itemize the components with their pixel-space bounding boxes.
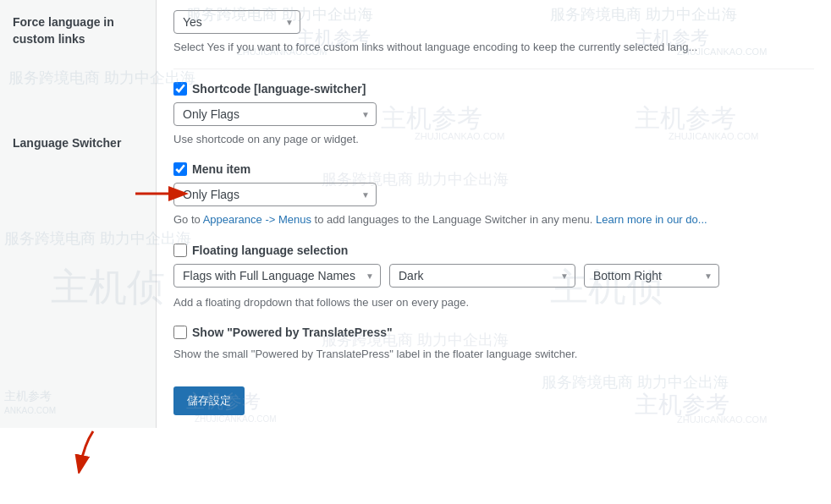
menu-item-block: Menu item Only Flags Flags with Full Lan… bbox=[173, 162, 814, 228]
force-language-select-wrapper: Yes No ▼ bbox=[173, 10, 300, 34]
menu-item-helper: Go to Appearance -> Menus to add languag… bbox=[173, 211, 814, 228]
section-separator-1 bbox=[173, 68, 814, 69]
floating-dropdowns-row: Only Flags Flags with Full Language Name… bbox=[173, 264, 814, 288]
shortcode-style-select[interactable]: Only Flags Flags with Full Language Name… bbox=[173, 102, 377, 126]
powered-by-helper: Show the small "Powered by TranslatePres… bbox=[173, 346, 814, 363]
force-language-block: Yes No ▼ Select Yes if you want to force… bbox=[173, 10, 814, 56]
floating-color-select-wrapper: Dark Light ▼ bbox=[389, 264, 575, 288]
menu-item-style-select[interactable]: Only Flags Flags with Full Language Name… bbox=[173, 183, 377, 206]
page-wrapper: 服务跨境电商 助力中企出海 服务跨境电商 助力中企出海 主机参考 ZHUJICA… bbox=[0, 0, 831, 504]
save-button-container: 儲存設定 bbox=[173, 378, 814, 415]
shortcode-select-wrapper: Only Flags Flags with Full Language Name… bbox=[173, 102, 377, 126]
floating-checkbox-label[interactable]: Floating language selection bbox=[173, 244, 814, 257]
force-language-helper: Select Yes if you want to force custom l… bbox=[173, 39, 814, 56]
language-switcher-label-text: Language Switcher bbox=[13, 136, 121, 150]
force-language-dropdown-row: Yes No ▼ bbox=[173, 10, 814, 34]
floating-block: Floating language selection Only Flags F… bbox=[173, 244, 814, 311]
arrow-right-indicator bbox=[131, 182, 195, 208]
menu-item-dropdown-row: Only Flags Flags with Full Language Name… bbox=[173, 183, 814, 206]
language-switcher-label: Language Switcher bbox=[13, 47, 143, 150]
force-language-select[interactable]: Yes No bbox=[173, 10, 300, 34]
shortcode-label-text: Shortcode [language-switcher] bbox=[192, 82, 366, 96]
label-column: Force language in custom links Language … bbox=[0, 0, 157, 428]
menu-item-helper-before: Go to bbox=[173, 213, 201, 226]
shortcode-checkbox-label[interactable]: Shortcode [language-switcher] bbox=[173, 82, 814, 96]
force-language-label: Force language in custom links bbox=[13, 10, 143, 47]
shortcode-helper: Use shortcode on any page or widget. bbox=[173, 131, 814, 148]
save-button[interactable]: 儲存設定 bbox=[173, 386, 245, 415]
floating-position-select-wrapper: Bottom Right Bottom Left Top Right Top L… bbox=[584, 264, 719, 288]
floating-checkbox[interactable] bbox=[173, 244, 187, 257]
menu-item-helper-after: to add languages to the Language Switche… bbox=[315, 213, 593, 226]
menu-item-checkbox-label[interactable]: Menu item bbox=[173, 162, 814, 176]
powered-by-label-text: Show "Powered by TranslatePress" bbox=[192, 326, 393, 339]
appearance-menus-link[interactable]: Appearance -> Menus bbox=[203, 213, 311, 226]
floating-style-select-wrapper: Only Flags Flags with Full Language Name… bbox=[173, 264, 381, 288]
menu-item-checkbox[interactable] bbox=[173, 162, 187, 176]
floating-helper: Add a floating dropdown that follows the… bbox=[173, 294, 814, 311]
shortcode-checkbox[interactable] bbox=[173, 82, 187, 96]
learn-more-link[interactable]: Learn more in our do... bbox=[596, 213, 707, 226]
menu-item-label-text: Menu item bbox=[192, 162, 250, 176]
powered-by-checkbox[interactable] bbox=[173, 326, 187, 339]
menu-item-select-wrapper: Only Flags Flags with Full Language Name… bbox=[173, 183, 377, 206]
settings-column: Yes No ▼ Select Yes if you want to force… bbox=[157, 0, 831, 428]
settings-layout: Force language in custom links Language … bbox=[0, 0, 831, 428]
force-language-label-text: Force language in custom links bbox=[13, 14, 143, 47]
powered-by-block: Show "Powered by TranslatePress" Show th… bbox=[173, 326, 814, 363]
floating-style-select[interactable]: Only Flags Flags with Full Language Name… bbox=[173, 264, 381, 288]
floating-label-text: Floating language selection bbox=[192, 244, 348, 257]
powered-by-checkbox-label[interactable]: Show "Powered by TranslatePress" bbox=[173, 326, 814, 339]
arrow-down-indicator bbox=[68, 427, 110, 476]
floating-color-select[interactable]: Dark Light bbox=[389, 264, 575, 288]
shortcode-block: Shortcode [language-switcher] Only Flags… bbox=[173, 82, 814, 148]
floating-position-select[interactable]: Bottom Right Bottom Left Top Right Top L… bbox=[584, 264, 719, 288]
shortcode-dropdown-row: Only Flags Flags with Full Language Name… bbox=[173, 102, 814, 126]
